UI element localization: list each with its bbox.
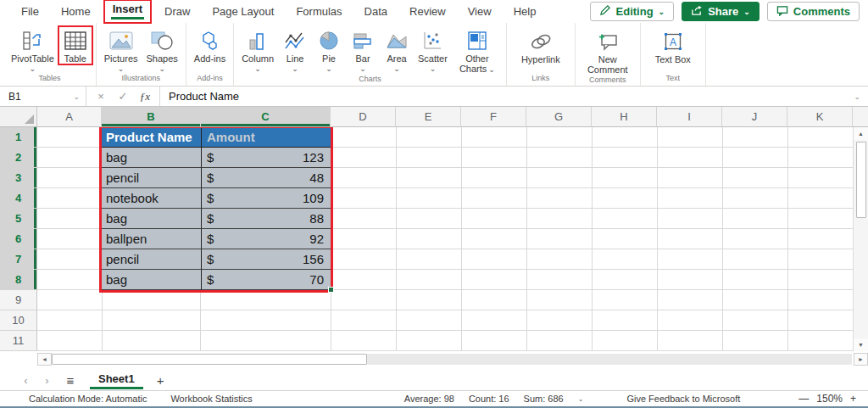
- table-button[interactable]: Table: [59, 27, 92, 64]
- scatter-chart-label: Scatter: [418, 53, 448, 64]
- addins-button[interactable]: Add-ins: [191, 27, 229, 64]
- row-header-8[interactable]: 8: [0, 270, 37, 290]
- cell-b1[interactable]: Product Name: [102, 127, 201, 148]
- cell-c4[interactable]: $109: [201, 188, 331, 209]
- cell-c3[interactable]: $48: [201, 168, 331, 188]
- workbook-statistics-button[interactable]: Workbook Statistics: [170, 394, 252, 404]
- name-box[interactable]: B1 ⌄: [0, 87, 86, 106]
- cancel-entry-icon[interactable]: ×: [90, 90, 112, 103]
- cell-b7[interactable]: pencil: [102, 249, 201, 270]
- menu-tab-draw[interactable]: Draw: [153, 2, 201, 21]
- next-sheet-icon[interactable]: ›: [36, 374, 58, 387]
- zoom-in-icon[interactable]: +: [850, 393, 856, 405]
- cell-c1[interactable]: Amount: [201, 127, 331, 148]
- status-sum[interactable]: Sum: 686: [524, 394, 564, 404]
- row-header-11[interactable]: 11: [0, 331, 37, 351]
- cell-b5[interactable]: bag: [102, 209, 201, 229]
- text-box-button[interactable]: A Text Box: [645, 27, 701, 64]
- fill-handle[interactable]: [328, 287, 334, 293]
- scroll-up-icon[interactable]: ▲: [854, 127, 868, 140]
- amount-value: 48: [309, 170, 324, 185]
- column-header-i[interactable]: I: [657, 107, 722, 127]
- row-header-3[interactable]: 3: [0, 168, 37, 188]
- menu-tab-file[interactable]: File: [10, 2, 50, 21]
- cell-c5[interactable]: $88: [201, 209, 331, 229]
- formula-input[interactable]: Product Name: [160, 87, 854, 106]
- menu-tab-review[interactable]: Review: [398, 2, 457, 21]
- cell-c6[interactable]: $92: [201, 229, 331, 249]
- menu-tab-home[interactable]: Home: [50, 2, 102, 21]
- new-comment-button[interactable]: New Comment: [580, 27, 636, 75]
- zoom-out-icon[interactable]: —: [798, 393, 809, 405]
- chevron-down-icon[interactable]: ⌄: [578, 395, 584, 403]
- confirm-entry-icon[interactable]: ✓: [112, 90, 134, 103]
- menu-tab-help[interactable]: Help: [503, 2, 548, 21]
- row-header-2[interactable]: 2: [0, 148, 37, 168]
- column-header-d[interactable]: D: [331, 107, 396, 127]
- calculation-mode-status[interactable]: Calculation Mode: Automatic: [29, 394, 147, 404]
- cell-b4[interactable]: notebook: [102, 188, 201, 209]
- cell-c2[interactable]: $123: [201, 148, 331, 168]
- pie-chart-button[interactable]: Pie ⌄: [313, 27, 345, 73]
- hyperlink-button[interactable]: Hyperlink: [511, 27, 570, 64]
- pictures-button[interactable]: Pictures ⌄: [101, 27, 142, 73]
- expand-formula-bar-button[interactable]: ⌄: [854, 87, 868, 106]
- status-count[interactable]: Count: 16: [469, 394, 509, 404]
- column-header-e[interactable]: E: [396, 107, 461, 127]
- vertical-scrollbar[interactable]: ▲ ▼: [853, 127, 868, 351]
- insert-function-icon[interactable]: ƒx: [134, 90, 156, 103]
- menu-tab-data[interactable]: Data: [353, 2, 398, 21]
- cell-b6[interactable]: ballpen: [102, 229, 201, 249]
- cell-c7[interactable]: $156: [201, 249, 331, 270]
- menu-tab-page-layout[interactable]: Page Layout: [201, 2, 285, 21]
- row-header-5[interactable]: 5: [0, 209, 37, 229]
- scroll-down-icon[interactable]: ▼: [854, 338, 868, 351]
- previous-sheet-icon[interactable]: ‹: [15, 374, 36, 387]
- scroll-right-icon[interactable]: ►: [854, 353, 868, 366]
- shapes-button[interactable]: Shapes ⌄: [143, 27, 181, 73]
- horizontal-scrollbar[interactable]: ◄ ►: [0, 351, 868, 366]
- select-all-button[interactable]: [0, 107, 37, 127]
- menu-tab-formulas[interactable]: Formulas: [285, 2, 353, 21]
- row-header-4[interactable]: 4: [0, 188, 37, 209]
- row-header-1[interactable]: 1: [0, 127, 37, 148]
- menu-tab-view[interactable]: View: [457, 2, 503, 21]
- row-header-6[interactable]: 6: [0, 229, 37, 249]
- feedback-link[interactable]: Give Feedback to Microsoft: [626, 394, 740, 404]
- cell-b2[interactable]: bag: [102, 148, 201, 168]
- comments-button[interactable]: Comments: [767, 2, 860, 21]
- column-header-b[interactable]: B: [102, 107, 201, 127]
- editing-mode-button[interactable]: Editing ⌄: [590, 2, 675, 21]
- zoom-level[interactable]: 150%: [816, 393, 843, 405]
- bar-chart-button[interactable]: Bar ⌄: [347, 27, 379, 73]
- all-sheets-menu-icon[interactable]: ≡: [58, 373, 83, 388]
- row-header-10[interactable]: 10: [0, 310, 37, 331]
- add-sheet-icon[interactable]: +: [157, 373, 164, 388]
- other-charts-button[interactable]: Other Charts⌄: [453, 27, 502, 74]
- cell-c8[interactable]: $70: [201, 270, 331, 290]
- line-chart-button[interactable]: Line ⌄: [279, 27, 311, 73]
- column-chart-button[interactable]: Column ⌄: [238, 27, 277, 73]
- column-header-j[interactable]: J: [722, 107, 787, 127]
- vertical-scrollbar-thumb[interactable]: [856, 142, 866, 218]
- cell-b3[interactable]: pencil: [102, 168, 201, 188]
- column-header-a[interactable]: A: [37, 107, 102, 127]
- share-button[interactable]: Share ⌄: [682, 2, 760, 21]
- column-header-h[interactable]: H: [592, 107, 657, 127]
- horizontal-scrollbar-thumb[interactable]: [52, 354, 367, 365]
- sheet-tab-sheet1[interactable]: Sheet1: [90, 372, 143, 389]
- menu-tab-insert[interactable]: Insert: [103, 0, 152, 24]
- scatter-chart-button[interactable]: Scatter ⌄: [415, 27, 451, 73]
- column-header-c[interactable]: C: [201, 107, 331, 127]
- cells-area[interactable]: Product Name Amount bag $123 pencil $48 …: [37, 127, 853, 351]
- scroll-left-icon[interactable]: ◄: [37, 353, 52, 366]
- column-header-k[interactable]: K: [787, 107, 853, 127]
- cell-b8[interactable]: bag: [102, 270, 201, 290]
- pivottable-button[interactable]: PivotTable ⌄: [8, 27, 58, 73]
- row-header-9[interactable]: 9: [0, 290, 37, 310]
- area-chart-button[interactable]: Area ⌄: [381, 27, 413, 73]
- row-header-7[interactable]: 7: [0, 249, 37, 270]
- column-header-g[interactable]: G: [526, 107, 592, 127]
- status-average[interactable]: Average: 98: [404, 394, 454, 404]
- column-header-f[interactable]: F: [461, 107, 526, 127]
